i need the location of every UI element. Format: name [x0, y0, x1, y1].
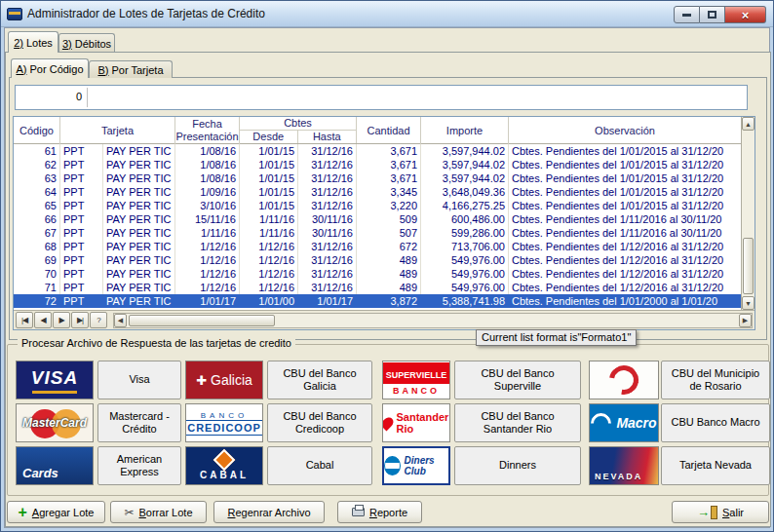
nav-prior-button[interactable]: ◀ — [34, 312, 52, 328]
codigo-filter-input[interactable]: 0 — [18, 88, 88, 107]
table-row[interactable]: 69PPTPAY PER TIC1/12/161/12/1631/12/1648… — [14, 253, 741, 267]
table-cell: 1/08/16 — [175, 171, 240, 185]
tab-por-tarjeta[interactable]: B) Por Tarjeta — [89, 60, 173, 78]
amex-logo: Cards — [16, 446, 94, 485]
table-cell: PAY PER TIC — [103, 253, 175, 267]
tab-lotes[interactable]: 2) Lotes — [8, 31, 58, 53]
process-rosario-button[interactable]: CBU del Municipio de Rosario — [661, 361, 770, 399]
table-cell: 549,976.00 — [421, 267, 509, 281]
header-codigo[interactable]: Código — [14, 117, 60, 144]
app-window: Administrador de Lotes de Tarjetas de Cr… — [0, 0, 774, 532]
process-diners-button[interactable]: Dinners — [454, 446, 581, 485]
table-cell: Cbtes. Pendientes del 1/11/2016 al 30/11… — [509, 212, 741, 226]
header-tarjeta[interactable]: Tarjeta — [60, 117, 175, 144]
table-row[interactable]: 61PPTPAY PER TIC1/08/161/01/1531/12/163,… — [14, 144, 741, 158]
table-cell: 1/12/16 — [240, 281, 298, 294]
table-cell: Cbtes. Pendientes del 1/01/2015 al 31/12… — [509, 171, 741, 185]
plus-icon — [19, 507, 27, 518]
table-cell: 69 — [14, 253, 60, 267]
mastercard-logo: MasterCard — [16, 403, 94, 442]
borrar-lote-button[interactable]: Borrar Lote — [110, 501, 207, 523]
table-row[interactable]: 68PPTPAY PER TIC1/12/161/12/1631/12/1667… — [14, 240, 741, 253]
agregar-lote-button[interactable]: Agregar Lote — [7, 501, 105, 523]
table-cell: 1/01/15 — [240, 158, 298, 171]
horizontal-scrollbar-thumb[interactable] — [129, 315, 275, 326]
process-santander-button[interactable]: CBU del Banco Santander Rio — [454, 403, 581, 442]
process-visa-button[interactable]: Visa — [97, 361, 181, 399]
close-icon: × — [742, 9, 750, 21]
process-amex-button[interactable]: American Express — [97, 446, 181, 485]
scroll-left-icon[interactable]: ◀ — [114, 314, 127, 327]
nav-first-button[interactable]: |◀ — [16, 312, 33, 328]
horizontal-scrollbar[interactable]: ◀ ▶ — [113, 313, 753, 328]
table-row[interactable]: 62PPTPAY PER TIC1/08/161/01/1531/12/163,… — [14, 158, 741, 171]
rosario-logo — [589, 361, 659, 399]
header-fecha-presentacion[interactable]: Fecha Presentación — [175, 117, 240, 144]
table-cell: 71 — [14, 281, 60, 294]
table-row[interactable]: 70PPTPAY PER TIC1/12/161/12/1631/12/1648… — [14, 267, 741, 281]
process-cabal-button[interactable]: Cabal — [267, 446, 372, 485]
table-cell: 1/01/17 — [298, 294, 357, 308]
grid-body: 61PPTPAY PER TIC1/08/161/01/1531/12/163,… — [14, 144, 741, 308]
process-supervielle-button[interactable]: CBU del Banco Superville — [454, 361, 581, 399]
header-hasta[interactable]: Hasta — [298, 131, 357, 143]
table-row[interactable]: 72PPTPAY PER TIC1/01/171/01/001/01/173,8… — [14, 294, 741, 308]
window-title: Administrador de Lotes de Tarjetas de Cr… — [27, 7, 265, 20]
header-importe[interactable]: Importe — [421, 117, 509, 144]
nav-help-button[interactable]: ? — [90, 312, 107, 328]
table-cell: 1/01/15 — [240, 144, 298, 158]
nav-last-button[interactable]: ▶| — [71, 312, 89, 328]
minimize-button[interactable] — [674, 6, 700, 23]
tab-debitos[interactable]: 3) Débitos — [58, 33, 115, 53]
visa-logo-text: VISA — [31, 367, 78, 389]
process-mastercard-button[interactable]: Mastercard - Crédito — [97, 403, 181, 442]
process-galicia-button[interactable]: CBU del Banco Galicia — [267, 361, 372, 399]
table-row[interactable]: 67PPTPAY PER TIC1/11/161/11/1630/11/1650… — [14, 226, 741, 240]
table-cell: 67 — [14, 226, 60, 240]
close-button[interactable]: × — [725, 6, 766, 23]
regenrar-archivo-button[interactable]: Regenrar Archivo — [213, 501, 325, 523]
table-row[interactable]: 65PPTPAY PER TIC3/10/161/01/1531/12/163,… — [14, 199, 741, 212]
table-cell: 1/11/16 — [240, 226, 298, 240]
vertical-scrollbar[interactable]: ▲ ▼ — [741, 117, 755, 310]
nevada-logo: NEVADA — [589, 446, 659, 485]
scroll-right-icon[interactable]: ▶ — [739, 314, 752, 327]
maximize-button[interactable] — [700, 6, 725, 23]
table-cell: 549,976.00 — [421, 281, 509, 294]
process-credicoop-button[interactable]: CBU del Banco Credicoop — [267, 403, 372, 442]
header-observacion[interactable]: Observación — [509, 117, 741, 144]
table-cell: 489 — [357, 253, 421, 267]
table-cell: 65 — [14, 199, 60, 212]
header-cbtes[interactable]: Cbtes — [240, 117, 356, 131]
scroll-down-icon[interactable]: ▼ — [742, 296, 755, 310]
reporte-button[interactable]: Reporte — [337, 501, 422, 523]
table-cell: 31/12/16 — [298, 240, 357, 253]
table-cell: 1/09/16 — [175, 185, 240, 199]
table-cell: 31/12/16 — [298, 158, 357, 171]
table-row[interactable]: 63PPTPAY PER TIC1/08/161/01/1531/12/163,… — [14, 171, 741, 185]
nav-next-button[interactable]: ▶ — [53, 312, 70, 328]
salir-button[interactable]: Salir — [672, 501, 769, 523]
table-cell: Cbtes. Pendientes del 1/11/2016 al 30/11… — [509, 226, 741, 240]
process-macro-button[interactable]: CBU Banco Macro — [661, 403, 770, 442]
table-cell: Cbtes. Pendientes del 1/01/2015 al 31/12… — [509, 199, 741, 212]
scroll-up-icon[interactable]: ▲ — [742, 117, 755, 131]
table-cell: 1/01/15 — [240, 185, 298, 199]
table-row[interactable]: 64PPTPAY PER TIC1/09/161/01/1531/12/163,… — [14, 185, 741, 199]
header-cantidad[interactable]: Cantidad — [357, 117, 421, 144]
santander-logo: Santander Rio — [382, 403, 450, 442]
table-cell: Cbtes. Pendientes del 1/12/2016 al 31/12… — [509, 253, 741, 267]
table-cell: 3,597,944.02 — [421, 171, 509, 185]
table-cell: 70 — [14, 267, 60, 281]
process-nevada-button[interactable]: Tarjeta Nevada — [661, 446, 770, 485]
table-cell: PPT — [60, 171, 103, 185]
table-cell: PPT — [60, 294, 103, 308]
tab-por-codigo[interactable]: A) Por Código — [11, 58, 89, 78]
printer-icon — [352, 508, 365, 516]
header-desde[interactable]: Desde — [240, 131, 298, 143]
table-cell: 68 — [14, 240, 60, 253]
table-row[interactable]: 66PPTPAY PER TIC15/11/161/11/1630/11/165… — [14, 212, 741, 226]
table-row[interactable]: 71PPTPAY PER TIC1/12/161/12/1631/12/1648… — [14, 281, 741, 294]
table-cell: 3,220 — [357, 199, 421, 212]
vertical-scrollbar-thumb[interactable] — [743, 238, 754, 294]
